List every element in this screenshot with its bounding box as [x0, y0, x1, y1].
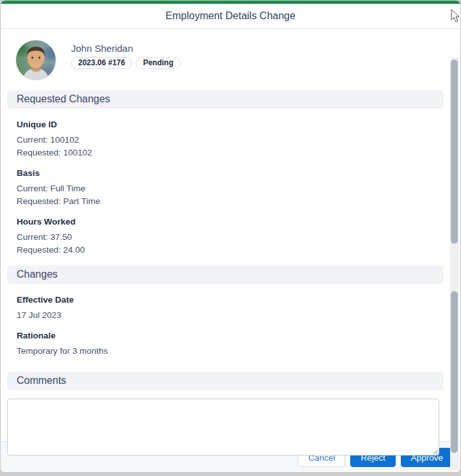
field-requested-value: Requested: 24.00: [17, 244, 434, 257]
field-current-value: Current: Full Time: [17, 182, 434, 195]
dialog-body: John Sheridan 2023.06 #176 Pending Reque…: [1, 29, 460, 441]
field-hours-worked: Hours Worked Current: 37.50 Requested: 2…: [17, 217, 434, 257]
field-label: Rationale: [17, 331, 434, 340]
field-label: Effective Date: [17, 295, 434, 305]
field-requested-value: Requested: Part Time: [17, 195, 434, 208]
field-value: Temporary for 3 months: [17, 345, 434, 358]
field-effective-date: Effective Date 17 Jul 2023: [17, 295, 434, 322]
comments-textarea[interactable]: [7, 399, 439, 456]
field-label: Unique ID: [17, 120, 434, 129]
scrollbar-track[interactable]: [450, 58, 459, 470]
field-label: Hours Worked: [17, 217, 434, 226]
scrollbar-thumb-upper[interactable]: [451, 60, 458, 244]
scrollbar-thumb-lower[interactable]: [451, 291, 458, 453]
dialog-header: Employment Details Change: [1, 4, 460, 29]
employee-avatar: [16, 40, 56, 80]
section-header-requested-changes: Requested Changes: [7, 90, 444, 109]
payroll-period-badge: 2023.06 #176: [71, 57, 132, 69]
field-label: Basis: [17, 168, 434, 178]
field-unique-id: Unique ID Current: 100102 Requested: 100…: [17, 120, 434, 159]
dialog-title: Employment Details Change: [166, 10, 296, 22]
field-basis: Basis Current: Full Time Requested: Part…: [17, 168, 434, 208]
employee-summary: John Sheridan 2023.06 #176 Pending: [7, 40, 444, 80]
field-current-value: Current: 100102: [17, 134, 434, 147]
field-rationale: Rationale Temporary for 3 months: [17, 331, 434, 358]
status-pending-badge: Pending: [136, 57, 180, 69]
section-header-comments: Comments: [7, 372, 444, 390]
mouse-cursor-icon: [450, 9, 460, 27]
employee-name: John Sheridan: [71, 43, 181, 54]
field-requested-value: Requested: 100102: [17, 147, 434, 159]
section-header-changes: Changes: [7, 266, 444, 284]
field-value: 17 Jul 2023: [17, 309, 434, 322]
employment-details-dialog: Employment Details Change: [0, 0, 461, 473]
field-current-value: Current: 37.50: [17, 231, 434, 244]
